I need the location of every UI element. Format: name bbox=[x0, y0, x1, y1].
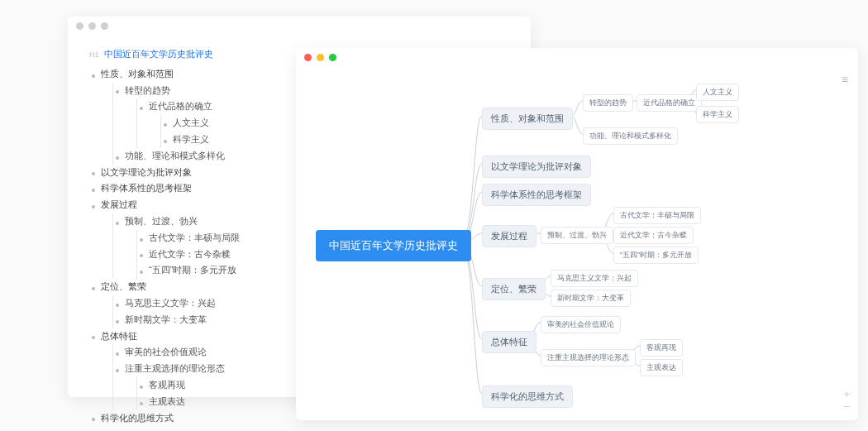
mindmap-canvas[interactable]: ≡ +− bbox=[296, 66, 858, 420]
mindmap-node[interactable]: 客观再现 bbox=[640, 339, 683, 357]
traffic-light-min-icon bbox=[88, 22, 96, 30]
heading-level-icon: H1 bbox=[89, 48, 99, 61]
traffic-light-close-icon bbox=[76, 22, 83, 30]
mindmap-node-theory-object[interactable]: 以文学理论为批评对象 bbox=[482, 156, 591, 178]
outline-titlebar bbox=[68, 17, 531, 35]
mindmap-window: ≡ +− bbox=[296, 48, 858, 420]
mindmap-node[interactable]: 科学主义 bbox=[696, 106, 739, 123]
mindmap-node[interactable]: 注重主观选择的理论形态 bbox=[541, 349, 636, 366]
mindmap-node[interactable]: “五四”时期：多元开放 bbox=[613, 247, 699, 264]
menu-icon[interactable]: ≡ bbox=[842, 73, 848, 86]
mindmap-node[interactable]: 人文主义 bbox=[696, 84, 739, 101]
mindmap-node[interactable]: 马克思主义文学：兴起 bbox=[551, 270, 638, 287]
traffic-light-max-icon bbox=[101, 22, 108, 30]
traffic-light-close-icon[interactable] bbox=[304, 54, 312, 61]
mindmap-node[interactable]: 近代文学：古今杂糅 bbox=[613, 227, 694, 244]
mindmap-node-process[interactable]: 发展过程 bbox=[482, 225, 537, 247]
traffic-light-max-icon[interactable] bbox=[329, 54, 336, 61]
mindmap-node[interactable]: 新时期文学：大变革 bbox=[551, 290, 631, 307]
zoom-controls[interactable]: +− bbox=[843, 388, 850, 414]
mindmap-node-features[interactable]: 总体特征 bbox=[482, 331, 537, 353]
mindmap-node-scope[interactable]: 性质、对象和范围 bbox=[482, 108, 573, 130]
mindmap-node-framework[interactable]: 科学体系性的思考框架 bbox=[482, 184, 591, 206]
mindmap-node-thinking[interactable]: 科学化的思维方式 bbox=[482, 386, 573, 408]
mindmap-node[interactable]: 预制、过渡、勃兴 bbox=[541, 227, 613, 244]
mindmap-node-position[interactable]: 定位、繁荣 bbox=[482, 278, 546, 300]
mindmap-node[interactable]: 功能、理论和模式多样化 bbox=[583, 127, 678, 145]
mindmap-node[interactable]: 主观表达 bbox=[640, 359, 683, 376]
mindmap-node[interactable]: 转型的趋势 bbox=[583, 94, 633, 112]
mindmap-root-node[interactable]: 中国近百年文学历史批评史 bbox=[316, 230, 471, 261]
mindmap-titlebar bbox=[296, 48, 858, 66]
traffic-light-min-icon[interactable] bbox=[317, 54, 324, 61]
mindmap-node[interactable]: 审美的社会价值观论 bbox=[541, 316, 621, 333]
mindmap-node[interactable]: 近代品格的确立 bbox=[637, 94, 702, 112]
mindmap-node[interactable]: 古代文学：丰硕与局限 bbox=[613, 207, 701, 224]
